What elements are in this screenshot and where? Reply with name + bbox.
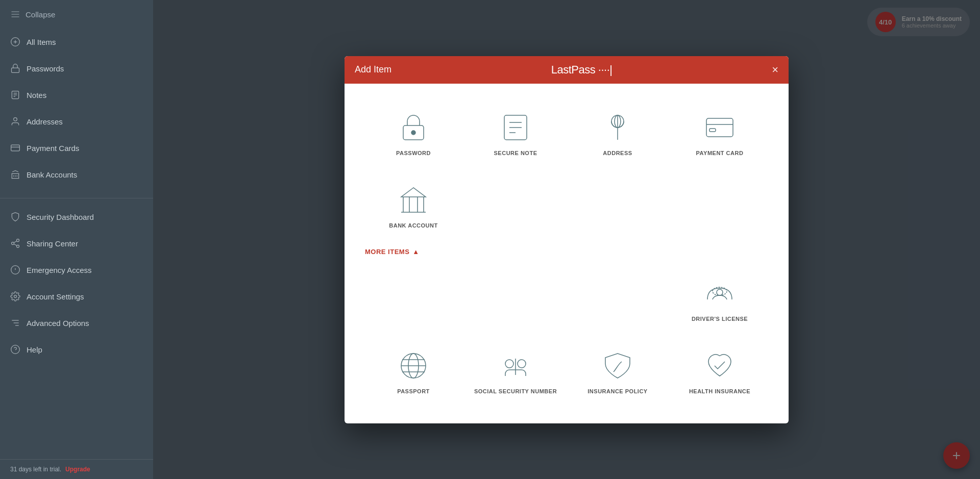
trial-info: 31 days left in trial. Upgrade (0, 460, 153, 479)
svg-point-14 (17, 245, 19, 247)
sidebar-item-all-items[interactable]: All Items (0, 29, 153, 55)
item-label: HEALTH INSURANCE (689, 388, 750, 394)
close-button[interactable]: × (772, 64, 778, 75)
sidebar-item-account-settings[interactable]: Account Settings (0, 283, 153, 310)
sidebar-item-label: Payment Cards (27, 144, 79, 153)
modal-body: PASSWORD SECURE NOTE (345, 84, 789, 423)
item-label: PASSPORT (397, 388, 430, 394)
sidebar-item-label: Bank Accounts (27, 170, 77, 179)
items-grid: PASSWORD SECURE NOTE (365, 99, 768, 423)
item-label: BANK ACCOUNT (389, 222, 437, 229)
item-label: PASSWORD (396, 150, 431, 156)
sidebar-item-payment-cards[interactable]: Payment Cards (0, 135, 153, 161)
svg-point-46 (518, 360, 526, 368)
svg-point-24 (11, 345, 20, 354)
item-email-account[interactable]: EMAIL ACCOUNT (569, 410, 666, 423)
sidebar-item-sharing-center[interactable]: Sharing Center (0, 230, 153, 257)
svg-line-16 (14, 241, 17, 242)
item-drivers-license[interactable]: DRIVER'S LICENSE (671, 265, 768, 332)
item-address[interactable]: ADDRESS (569, 99, 666, 166)
item-password[interactable]: PASSWORD (365, 99, 462, 166)
sidebar-item-addresses[interactable]: Addresses (0, 108, 153, 135)
sidebar-item-label: Account Settings (27, 292, 84, 301)
sidebar: Collapse All Items Passwords Notes Addre… (0, 0, 153, 479)
sidebar-item-notes[interactable]: Notes (0, 82, 153, 108)
item-membership[interactable]: MEMBERSHIP (365, 410, 462, 423)
modal-title: Add Item (355, 64, 391, 75)
sidebar-item-label: All Items (27, 38, 56, 46)
sidebar-item-label: Help (27, 345, 42, 354)
svg-point-12 (17, 239, 19, 242)
upgrade-button[interactable]: Upgrade (65, 466, 90, 473)
sidebar-item-advanced-options[interactable]: Advanced Options (0, 310, 153, 336)
more-items-button[interactable]: MORE ITEMS ▲ (365, 248, 420, 256)
svg-point-45 (505, 360, 513, 368)
svg-point-9 (14, 118, 17, 121)
item-passport[interactable]: PASSPORT (365, 337, 462, 405)
item-bank-account[interactable]: BANK ACCOUNT (365, 171, 462, 239)
svg-point-38 (717, 289, 723, 295)
lastpass-logo: LastPass ····| (551, 63, 612, 77)
item-wifi-password[interactable]: WI-FI PASSWORD (467, 410, 564, 423)
svg-line-15 (14, 244, 17, 245)
item-secure-note[interactable]: SECURE NOTE (467, 99, 564, 166)
sidebar-item-label: Notes (27, 91, 46, 99)
svg-rect-37 (709, 129, 716, 132)
sidebar-item-bank-accounts[interactable]: Bank Accounts (0, 161, 153, 188)
sidebar-item-label: Addresses (27, 117, 63, 126)
add-item-modal: Add Item LastPass ····| × (345, 56, 789, 423)
sidebar-item-label: Advanced Options (27, 319, 89, 327)
svg-point-13 (12, 242, 14, 245)
more-items-section: MORE ITEMS ▲ (365, 244, 768, 260)
svg-point-27 (411, 131, 415, 135)
item-label: INSURANCE POLICY (587, 388, 647, 394)
item-label: ADDRESS (603, 150, 632, 156)
item-payment-card[interactable]: PAYMENT CARD (671, 99, 768, 166)
sidebar-item-label: Security Dashboard (27, 213, 94, 221)
collapse-button[interactable]: Collapse (0, 0, 153, 29)
modal-header: Add Item LastPass ····| × (345, 56, 789, 84)
main-content: 4/10 Earn a 10% discount 6 achievements … (153, 0, 980, 479)
svg-rect-35 (706, 118, 733, 137)
svg-point-20 (14, 295, 17, 298)
item-instant-messenger[interactable]: INSTANT MESSENGER (671, 410, 768, 423)
sidebar-item-help[interactable]: Help (0, 336, 153, 363)
sidebar-item-label: Passwords (27, 64, 64, 73)
sidebar-item-label: Sharing Center (27, 239, 78, 248)
item-label: SOCIAL SECURITY NUMBER (474, 388, 557, 394)
item-insurance-policy[interactable]: INSURANCE POLICY (569, 337, 666, 405)
collapse-label: Collapse (26, 10, 55, 19)
item-label: PAYMENT CARD (696, 150, 744, 156)
item-label: SECURE NOTE (494, 150, 537, 156)
svg-rect-4 (12, 68, 19, 72)
svg-rect-10 (11, 145, 20, 151)
item-ssn[interactable]: SOCIAL SECURITY NUMBER (467, 337, 564, 405)
sidebar-item-passwords[interactable]: Passwords (0, 55, 153, 82)
sidebar-item-security-dashboard[interactable]: Security Dashboard (0, 204, 153, 230)
item-label: DRIVER'S LICENSE (692, 316, 748, 322)
modal-backdrop: Add Item LastPass ····| × (153, 0, 980, 479)
item-health-insurance[interactable]: HEALTH INSURANCE (671, 337, 768, 405)
sidebar-item-label: Emergency Access (27, 266, 92, 274)
sidebar-item-emergency-access[interactable]: Emergency Access (0, 257, 153, 283)
